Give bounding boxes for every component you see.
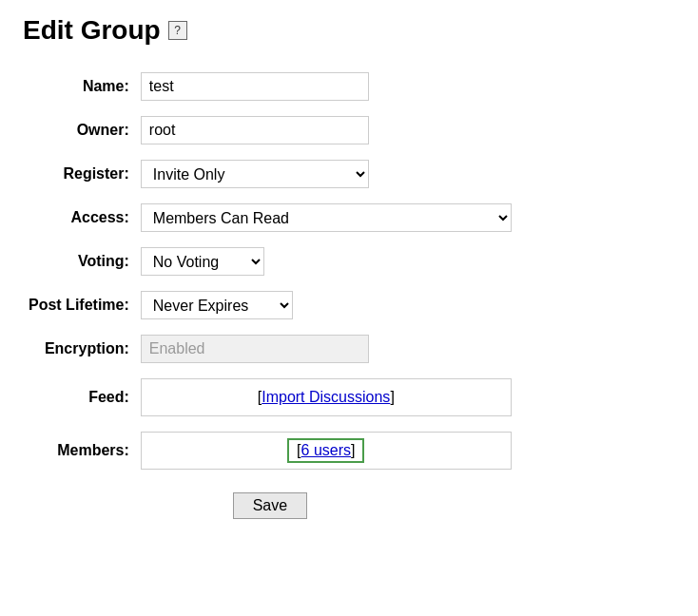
members-label: Members: bbox=[23, 424, 135, 477]
name-row: Name: bbox=[23, 65, 517, 108]
feed-field-cell: [Import Discussions] bbox=[135, 371, 517, 424]
access-label: Access: bbox=[23, 196, 135, 240]
members-link[interactable]: 6 users bbox=[301, 442, 351, 458]
access-field-cell: Members Can Read Public Can Read Members… bbox=[135, 196, 517, 240]
owner-input[interactable] bbox=[141, 116, 369, 144]
voting-field-cell: No Voting Yes Voting bbox=[135, 240, 517, 283]
page-title-section: Edit Group ? bbox=[23, 15, 675, 46]
voting-row: Voting: No Voting Yes Voting bbox=[23, 240, 517, 283]
access-select[interactable]: Members Can Read Public Can Read Members… bbox=[141, 203, 512, 232]
encryption-input bbox=[141, 335, 369, 363]
register-label: Register: bbox=[23, 152, 135, 196]
edit-group-form: Name: Owner: Register: Invite Only Open … bbox=[23, 65, 517, 527]
owner-label: Owner: bbox=[23, 108, 135, 152]
access-row: Access: Members Can Read Public Can Read… bbox=[23, 196, 517, 240]
feed-row: Feed: [Import Discussions] bbox=[23, 371, 517, 424]
post-lifetime-row: Post Lifetime: Never Expires 1 Day 1 Wee… bbox=[23, 283, 517, 327]
page-title: Edit Group bbox=[23, 15, 161, 46]
import-discussions-link[interactable]: Import Discussions bbox=[262, 389, 390, 406]
feed-bracket-close: ] bbox=[390, 389, 394, 406]
name-input[interactable] bbox=[141, 72, 369, 101]
encryption-row: Encryption: bbox=[23, 327, 517, 371]
members-inner: [6 users] bbox=[287, 438, 364, 463]
members-box: [6 users] bbox=[141, 432, 512, 470]
voting-label: Voting: bbox=[23, 240, 135, 283]
owner-row: Owner: bbox=[23, 108, 517, 152]
register-row: Register: Invite Only Open Closed bbox=[23, 152, 517, 196]
help-icon[interactable]: ? bbox=[168, 21, 187, 40]
members-field-cell: [6 users] bbox=[135, 424, 517, 477]
members-row: Members: [6 users] bbox=[23, 424, 517, 477]
encryption-field-cell bbox=[135, 327, 517, 371]
feed-label: Feed: bbox=[23, 371, 135, 424]
post-lifetime-select[interactable]: Never Expires 1 Day 1 Week 1 Month bbox=[141, 291, 293, 319]
name-label: Name: bbox=[23, 65, 135, 108]
encryption-label: Encryption: bbox=[23, 327, 135, 371]
post-lifetime-label: Post Lifetime: bbox=[23, 283, 135, 327]
name-field-cell bbox=[135, 65, 517, 108]
save-button[interactable]: Save bbox=[233, 492, 307, 519]
register-select[interactable]: Invite Only Open Closed bbox=[141, 160, 369, 188]
save-row: Save bbox=[23, 477, 517, 527]
save-cell: Save bbox=[23, 477, 517, 527]
owner-field-cell bbox=[135, 108, 517, 152]
register-field-cell: Invite Only Open Closed bbox=[135, 152, 517, 196]
members-bracket-close: ] bbox=[351, 442, 355, 458]
post-lifetime-field-cell: Never Expires 1 Day 1 Week 1 Month bbox=[135, 283, 517, 327]
voting-select[interactable]: No Voting Yes Voting bbox=[141, 247, 264, 276]
feed-box: [Import Discussions] bbox=[141, 378, 512, 416]
